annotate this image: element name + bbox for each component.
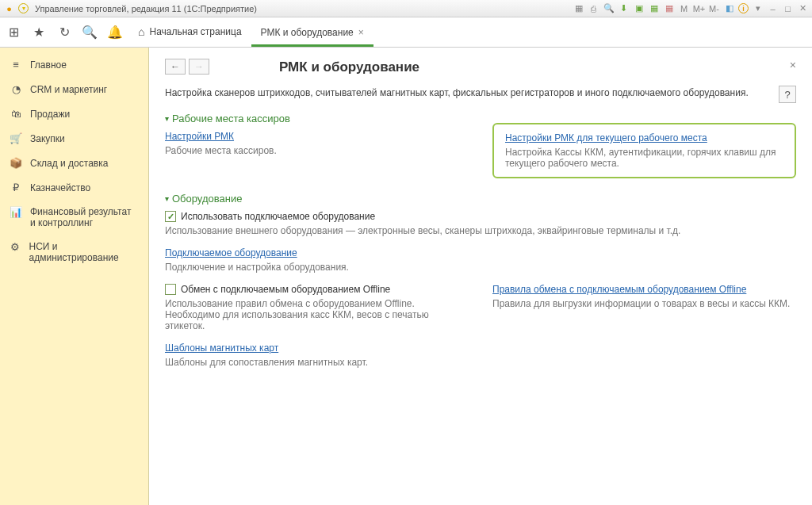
layout-icon[interactable]: ◧ xyxy=(723,2,735,14)
chevron-down-icon: ▾ xyxy=(165,114,169,123)
sidebar-label: Главное xyxy=(30,59,67,71)
minimize-icon[interactable]: – xyxy=(767,2,779,14)
sidebar-item-warehouse[interactable]: 📦Склад и доставка xyxy=(0,151,148,175)
sidebar-item-crm[interactable]: ◔CRM и маркетинг xyxy=(0,77,148,101)
sidebar-item-sales[interactable]: 🛍Продажи xyxy=(0,101,148,126)
connected-equipment-link[interactable]: Подключаемое оборудование xyxy=(165,247,297,258)
star-icon[interactable]: ★ xyxy=(32,25,46,40)
sidebar-label: Склад и доставка xyxy=(30,158,108,169)
sidebar-label: НСИ и администрирование xyxy=(29,241,139,263)
offline-rules-link[interactable]: Правила обмена с подключаемым оборудован… xyxy=(492,284,746,295)
pie-icon: ◔ xyxy=(10,83,22,95)
m-icon[interactable]: M xyxy=(678,2,690,14)
sidebar-label: Финансовый результат и контроллинг xyxy=(30,206,139,228)
sidebar-item-finance[interactable]: 📊Финансовый результат и контроллинг xyxy=(0,200,148,235)
connected-equipment-desc: Подключение и настройка оборудования. xyxy=(165,262,796,273)
sidebar-item-treasury[interactable]: ₽Казначейство xyxy=(0,175,148,200)
page-title: РМК и оборудование xyxy=(279,59,419,75)
rmk-settings-link[interactable]: Настройки РМК xyxy=(165,131,234,142)
card-templates-link[interactable]: Шаблоны магнитных карт xyxy=(165,342,278,354)
card-templates-desc: Шаблоны для сопоставления магнитных карт… xyxy=(165,357,796,368)
section-equipment-title[interactable]: ▾ Оборудование xyxy=(165,193,796,205)
titlebar: ● ▾ Управление торговлей, редакция 11 (1… xyxy=(0,0,812,17)
dropdown-icon[interactable]: ▾ xyxy=(18,3,29,13)
sidebar-label: Продажи xyxy=(30,109,70,120)
sidebar: ≡Главное ◔CRM и маркетинг 🛍Продажи 🛒Заку… xyxy=(0,48,149,505)
highlighted-panel: Настройки РМК для текущего рабочего мест… xyxy=(492,123,796,178)
nav-forward-button[interactable]: → xyxy=(189,59,209,75)
apps-icon[interactable]: ⊞ xyxy=(6,25,21,40)
box-icon: 📦 xyxy=(10,157,22,169)
offline-exchange-label: Обмен с подключаемым оборудованием Offli… xyxy=(181,284,390,295)
bell-icon[interactable]: 🔔 xyxy=(108,25,122,40)
gear-icon: ⚙ xyxy=(10,241,21,253)
main-toolbar: ⊞ ★ ↻ 🔍 🔔 ⌂ Начальная страница РМК и обо… xyxy=(0,17,812,48)
close-window-icon[interactable]: ✕ xyxy=(797,2,809,14)
section-title-label: Рабочие места кассиров xyxy=(172,113,290,124)
chart-icon: 📊 xyxy=(10,206,22,218)
tab-rmk[interactable]: РМК и оборудование × xyxy=(251,19,373,47)
use-equipment-desc: Использование внешнего оборудования — эл… xyxy=(165,225,796,236)
offline-exchange-checkbox[interactable] xyxy=(165,284,176,295)
cart-icon: 🛒 xyxy=(10,132,22,144)
close-page-icon[interactable]: × xyxy=(790,59,796,71)
chevron-down-icon: ▾ xyxy=(165,194,169,203)
calendar-icon[interactable]: ▦ xyxy=(663,2,675,14)
offline-exchange-desc: Использование правил обмена с оборудован… xyxy=(165,298,469,331)
rmk-settings-desc: Рабочие места кассиров. xyxy=(165,145,469,156)
tab-home[interactable]: ⌂ Начальная страница xyxy=(128,17,251,47)
offline-rules-desc: Правила для выгрузки информации о товара… xyxy=(492,298,796,309)
m-plus-icon[interactable]: M+ xyxy=(693,2,705,14)
menu-icon: ≡ xyxy=(10,59,22,71)
search-icon[interactable]: 🔍 xyxy=(82,25,97,40)
page-description: Настройка сканеров штрихкодов, считывате… xyxy=(165,87,796,98)
bag-icon: 🛍 xyxy=(10,108,22,120)
section-title-label: Оборудование xyxy=(172,193,242,205)
sidebar-item-purchases[interactable]: 🛒Закупки xyxy=(0,126,148,151)
home-icon: ⌂ xyxy=(138,25,144,38)
maximize-icon[interactable]: □ xyxy=(782,2,794,14)
caret-icon[interactable]: ▾ xyxy=(752,2,764,14)
m-minus-icon[interactable]: M- xyxy=(708,2,720,14)
help-button[interactable]: ? xyxy=(779,86,796,103)
sidebar-item-admin[interactable]: ⚙НСИ и администрирование xyxy=(0,235,148,270)
use-equipment-checkbox[interactable] xyxy=(165,211,176,222)
sidebar-label: Казначейство xyxy=(30,182,90,193)
tab-rmk-label: РМК и оборудование xyxy=(261,27,354,38)
history-icon[interactable]: ↻ xyxy=(57,25,71,40)
rmk-current-desc: Настройка Кассы ККМ, аутентификации, гор… xyxy=(505,147,783,169)
use-equipment-label: Использовать подключаемое оборудование xyxy=(181,211,375,222)
calc-icon[interactable]: ▦ xyxy=(648,2,660,14)
print-icon[interactable]: ⎙ xyxy=(588,2,599,14)
tb-icon-4[interactable]: ⬇ xyxy=(618,2,630,14)
ruble-icon: ₽ xyxy=(10,182,22,193)
sidebar-item-main[interactable]: ≡Главное xyxy=(0,52,148,77)
info-icon[interactable]: i xyxy=(738,3,749,13)
app-icon-1c: ● xyxy=(3,2,15,14)
search-tb-icon[interactable]: 🔍 xyxy=(603,2,615,14)
nav-back-button[interactable]: ← xyxy=(165,59,186,75)
tb-icon-5[interactable]: ▣ xyxy=(633,2,645,14)
sidebar-label: CRM и маркетинг xyxy=(30,84,107,95)
content-area: × ? ← → РМК и оборудование Настройка ска… xyxy=(149,48,812,505)
tab-home-label: Начальная страница xyxy=(149,26,241,37)
tab-close-icon[interactable]: × xyxy=(358,27,364,38)
tb-icon-1[interactable]: ▦ xyxy=(573,2,584,14)
window-title: Управление торговлей, редакция 11 (1С:Пр… xyxy=(35,4,257,13)
rmk-current-link[interactable]: Настройки РМК для текущего рабочего мест… xyxy=(505,132,707,143)
sidebar-label: Закупки xyxy=(30,133,65,144)
